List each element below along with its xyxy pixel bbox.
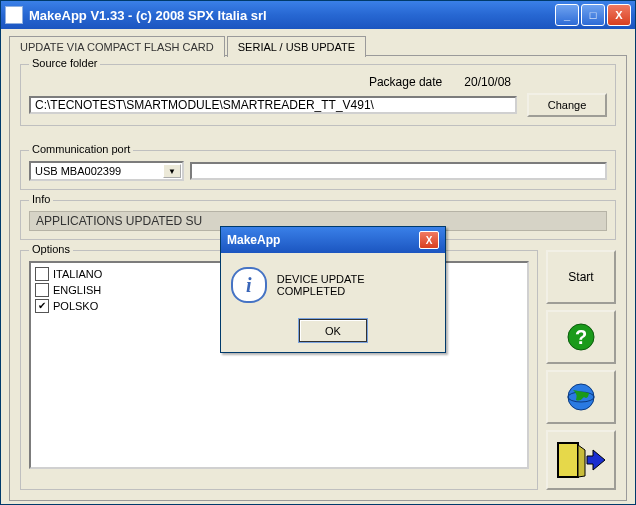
help-icon: ? (566, 322, 596, 352)
package-date-label: Package date (369, 75, 442, 89)
option-checkbox[interactable] (35, 283, 49, 297)
option-checkbox[interactable]: ✔ (35, 299, 49, 313)
option-label: ITALIANO (53, 268, 102, 280)
chevron-down-icon[interactable]: ▼ (163, 164, 181, 178)
source-folder-group: Source folder Package date 20/10/08 C:\T… (20, 64, 616, 126)
svg-marker-5 (578, 445, 585, 477)
close-button[interactable]: X (607, 4, 631, 26)
window-title: MakeApp V1.33 - (c) 2008 SPX Italia srl (29, 8, 267, 23)
tab-strip: UPDATE VIA COMPACT FLASH CARD SERIAL / U… (9, 35, 627, 56)
options-label: Options (29, 243, 73, 255)
app-icon (5, 6, 23, 24)
info-label: Info (29, 193, 53, 205)
exit-button[interactable] (546, 430, 616, 490)
communication-port-value: USB MBA002399 (35, 165, 121, 177)
svg-text:?: ? (575, 326, 587, 348)
globe-button[interactable] (546, 370, 616, 424)
minimize-button[interactable]: _ (555, 4, 579, 26)
communication-port-select[interactable]: USB MBA002399 ▼ (29, 161, 184, 181)
change-button[interactable]: Change (527, 93, 607, 117)
communication-port-group: Communication port USB MBA002399 ▼ (20, 150, 616, 190)
exit-icon (555, 440, 607, 480)
communication-port-label: Communication port (29, 143, 133, 155)
svg-marker-6 (587, 450, 605, 470)
titlebar: MakeApp V1.33 - (c) 2008 SPX Italia srl … (1, 1, 635, 29)
package-date-value: 20/10/08 (464, 75, 511, 89)
option-label: POLSKO (53, 300, 98, 312)
tab-compact-flash[interactable]: UPDATE VIA COMPACT FLASH CARD (9, 36, 225, 57)
source-folder-path: C:\TECNOTEST\SMARTMODULE\SMARTREADER_TT_… (29, 96, 517, 114)
dialog-titlebar: MakeApp X (221, 227, 445, 253)
tab-serial-usb[interactable]: SERIAL / USB UPDATE (227, 36, 366, 57)
svg-rect-4 (558, 443, 578, 477)
communication-port-aux (190, 162, 607, 180)
start-button[interactable]: Start (546, 250, 616, 304)
globe-icon (566, 382, 596, 412)
source-folder-label: Source folder (29, 57, 100, 69)
option-label: ENGLISH (53, 284, 101, 296)
dialog-close-button[interactable]: X (419, 231, 439, 249)
option-checkbox[interactable] (35, 267, 49, 281)
maximize-button[interactable]: □ (581, 4, 605, 26)
help-button[interactable]: ? (546, 310, 616, 364)
dialog-ok-button[interactable]: OK (299, 319, 367, 342)
message-dialog: MakeApp X i DEVICE UPDATE COMPLETED OK (220, 226, 446, 353)
app-window: MakeApp V1.33 - (c) 2008 SPX Italia srl … (0, 0, 636, 505)
action-sidebar: Start ? (546, 250, 616, 490)
info-icon: i (231, 267, 267, 303)
dialog-title: MakeApp (227, 233, 280, 247)
dialog-message: DEVICE UPDATE COMPLETED (277, 273, 435, 297)
